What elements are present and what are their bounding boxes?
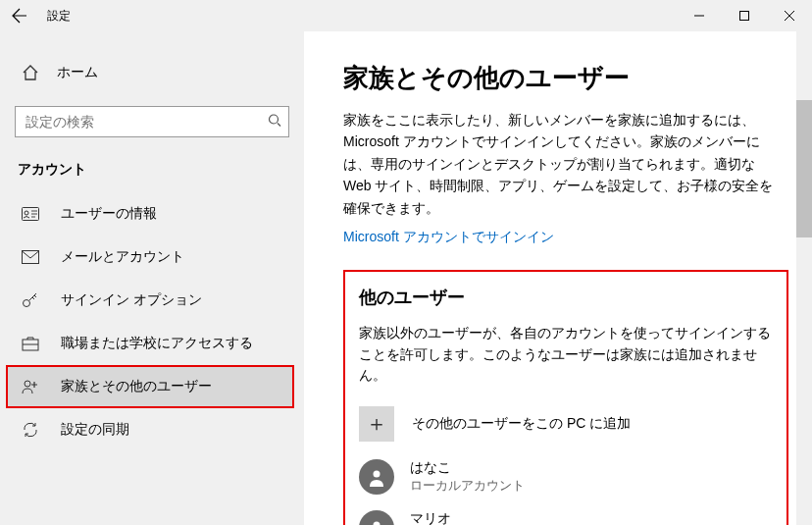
home-icon <box>22 64 39 81</box>
svg-rect-4 <box>23 251 39 264</box>
person-card-icon <box>22 205 39 223</box>
other-users-section: 他のユーザー 家族以外のユーザーが、各自のアカウントを使ってサインインすることを… <box>343 270 788 525</box>
nav-label: 職場または学校にアクセスする <box>61 335 253 352</box>
scroll-thumb[interactable] <box>796 100 812 237</box>
other-users-desc: 家族以外のユーザーが、各自のアカウントを使ってサインインすることを許可します。こ… <box>359 323 773 387</box>
main-panel: 家族とその他のユーザー 家族をここに表示したり、新しいメンバーを家族に追加するに… <box>304 31 812 525</box>
nav-label: サインイン オプション <box>61 291 202 309</box>
category-accounts: アカウント <box>18 161 304 179</box>
maximize-button[interactable] <box>722 0 767 31</box>
maximize-icon <box>739 11 749 21</box>
nav-label: 家族とその他のユーザー <box>61 378 212 395</box>
people-icon <box>22 378 39 395</box>
ms-signin-link[interactable]: Microsoft アカウントでサインイン <box>343 229 554 246</box>
sync-icon <box>22 421 39 439</box>
other-users-title: 他のユーザー <box>359 286 773 309</box>
home-label: ホーム <box>57 64 98 81</box>
svg-point-5 <box>24 300 30 307</box>
sidebar: ホーム アカウント ユーザーの情報 メールとアカウント <box>0 31 304 525</box>
window-title: 設定 <box>47 8 71 25</box>
key-icon <box>22 291 39 309</box>
nav-your-info[interactable]: ユーザーの情報 <box>0 192 304 236</box>
user-type: ローカルアカウント <box>410 477 525 495</box>
family-description: 家族をここに表示したり、新しいメンバーを家族に追加するには、Microsoft … <box>343 109 775 219</box>
search-input[interactable] <box>15 106 289 137</box>
nav-email-accounts[interactable]: メールとアカウント <box>0 236 304 279</box>
svg-point-9 <box>374 522 381 525</box>
user-name: はなこ <box>410 459 525 477</box>
add-user-label: その他のユーザーをこの PC に追加 <box>412 415 631 433</box>
avatar <box>359 510 394 525</box>
close-icon <box>785 11 794 21</box>
plus-icon: ＋ <box>366 409 387 439</box>
nav-work-school[interactable]: 職場または学校にアクセスする <box>0 322 304 365</box>
avatar <box>359 459 394 495</box>
svg-point-7 <box>25 381 30 387</box>
svg-point-3 <box>25 211 28 215</box>
minimize-button[interactable] <box>677 0 722 31</box>
nav-signin-options[interactable]: サインイン オプション <box>0 279 304 322</box>
nav-label: ユーザーの情報 <box>61 205 157 223</box>
nav-family-other-users[interactable]: 家族とその他のユーザー <box>6 365 294 408</box>
user-name: マリオ <box>410 510 525 525</box>
minimize-icon <box>694 11 704 21</box>
user-item[interactable]: はなこ ローカルアカウント <box>359 459 773 495</box>
person-icon <box>367 518 386 525</box>
nav-label: 設定の同期 <box>61 421 129 439</box>
svg-point-8 <box>374 471 381 478</box>
nav-label: メールとアカウント <box>61 248 184 266</box>
search-container <box>15 106 289 137</box>
person-icon <box>367 467 386 487</box>
mail-icon <box>22 248 39 266</box>
briefcase-icon <box>22 335 39 352</box>
back-arrow-icon <box>12 8 27 24</box>
home-nav[interactable]: ホーム <box>0 51 304 94</box>
back-button[interactable] <box>0 0 39 31</box>
add-user-button[interactable]: ＋ <box>359 406 394 442</box>
vertical-scrollbar[interactable] <box>796 31 812 525</box>
page-title: 家族とその他のユーザー <box>343 61 794 95</box>
add-user-row[interactable]: ＋ その他のユーザーをこの PC に追加 <box>359 406 773 442</box>
close-button[interactable] <box>767 0 812 31</box>
nav-sync-settings[interactable]: 設定の同期 <box>0 408 304 451</box>
title-bar: 設定 <box>0 0 812 31</box>
svg-rect-0 <box>740 12 749 21</box>
search-icon <box>268 114 281 131</box>
window-controls <box>677 0 812 31</box>
user-item[interactable]: マリオ ローカルアカウント <box>359 510 773 525</box>
svg-point-1 <box>270 115 279 124</box>
